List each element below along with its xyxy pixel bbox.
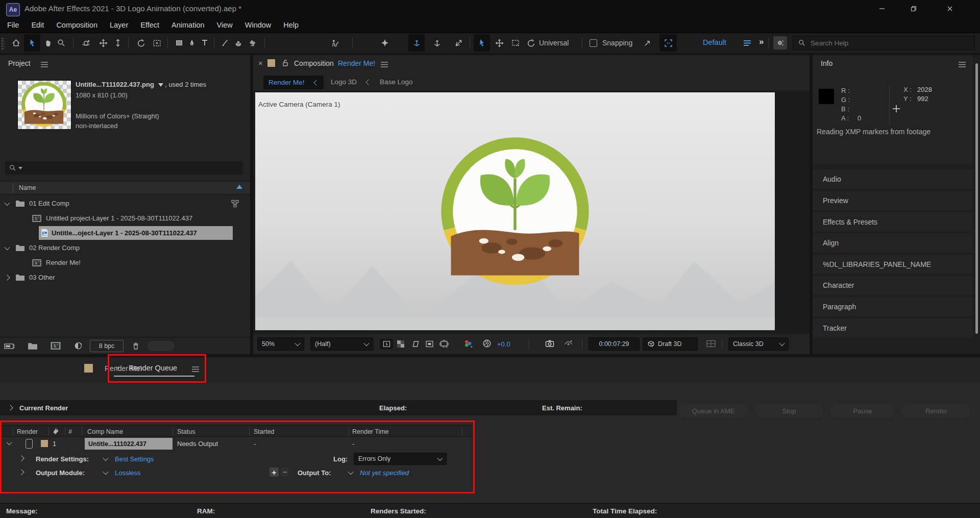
- project-tab[interactable]: Project: [8, 59, 31, 67]
- zoom-tool[interactable]: [53, 33, 69, 53]
- pause-button[interactable]: Pause: [830, 404, 895, 418]
- snapping-label[interactable]: Snapping: [602, 39, 632, 47]
- column-name-label[interactable]: Name: [19, 184, 36, 191]
- settings-expand-chevron[interactable]: [18, 455, 24, 461]
- menu-animation[interactable]: Animation: [172, 21, 204, 29]
- render-button[interactable]: Render: [902, 404, 971, 418]
- channel-icon[interactable]: [463, 339, 473, 349]
- output-to-value[interactable]: Not yet specified: [360, 469, 409, 477]
- comp-viewport[interactable]: Active Camera (Camera 1): [255, 92, 775, 330]
- comp-tab-active[interactable]: Render Me!: [263, 76, 324, 89]
- current-render-bar[interactable]: Current Render Elapsed: Est. Remain:: [0, 400, 677, 415]
- header-comp-name[interactable]: Comp Name: [87, 426, 123, 437]
- text-tool[interactable]: [197, 33, 213, 53]
- breadcrumb-logo3d[interactable]: Logo 3D: [331, 78, 357, 86]
- side-scrollbar[interactable]: [975, 63, 978, 334]
- rotation-tool[interactable]: [133, 33, 149, 53]
- workspace-menu-icon[interactable]: [743, 40, 751, 48]
- minimize-button[interactable]: [868, 0, 896, 17]
- row-comp-name-cell[interactable]: Untitle...111022.437: [85, 438, 173, 450]
- render-settings-dropdown-icon[interactable]: [100, 454, 111, 463]
- render-checkbox[interactable]: [26, 439, 33, 449]
- info-panel-menu-icon[interactable]: [959, 61, 966, 69]
- queue-row[interactable]: 1 Untitle...111022.437 Needs Output - -: [0, 437, 474, 451]
- eraser-tool[interactable]: [244, 33, 261, 53]
- comp-panel-close[interactable]: ×: [258, 59, 263, 67]
- dolly-camera-tool[interactable]: [110, 33, 126, 53]
- output-to-dropdown-icon[interactable]: [345, 468, 356, 477]
- world-axis-mode[interactable]: [429, 33, 445, 53]
- menu-window[interactable]: Window: [245, 21, 272, 29]
- snap-arrow-icon[interactable]: [641, 33, 654, 53]
- menu-layer[interactable]: Layer: [110, 21, 128, 29]
- comp-panel-menu-icon[interactable]: [381, 61, 388, 69]
- menu-help[interactable]: Help: [283, 21, 299, 29]
- toolbar-grip[interactable]: [1, 37, 4, 50]
- output-expand-chevron[interactable]: [18, 469, 24, 475]
- composition-selection-tool[interactable]: [474, 34, 490, 52]
- panel-tab-tracker[interactable]: Tracker: [813, 318, 973, 338]
- menu-edit[interactable]: Edit: [31, 21, 44, 29]
- chevron-left-icon[interactable]: [365, 79, 371, 85]
- timecode-display[interactable]: 0:00:07:29: [589, 337, 640, 351]
- exposure-value[interactable]: +0.0: [497, 340, 510, 348]
- menu-view[interactable]: View: [217, 21, 233, 29]
- new-folder-icon[interactable]: [28, 342, 38, 350]
- add-output-button[interactable]: +: [270, 467, 279, 477]
- fast-previews-icon[interactable]: [380, 339, 393, 349]
- project-search-dropdown[interactable]: [18, 167, 22, 169]
- renderer-dropdown[interactable]: Classic 3D: [728, 337, 789, 351]
- panel-tab-audio[interactable]: Audio: [813, 169, 973, 189]
- move-tool[interactable]: [491, 33, 507, 53]
- row-expand-chevron[interactable]: [6, 439, 12, 445]
- orbit-camera-tool[interactable]: [78, 33, 94, 53]
- resolution-dropdown[interactable]: (Half): [310, 337, 373, 351]
- color-depth-icon[interactable]: [74, 341, 83, 350]
- label-tag-icon[interactable]: [52, 427, 60, 435]
- roto-brush-tool[interactable]: [327, 33, 343, 53]
- tree-row-folder-01[interactable]: 01 Edit Comp: [0, 196, 250, 211]
- camera-region-tool[interactable]: [149, 33, 165, 53]
- panel-tab-effects-presets[interactable]: Effects & Presets: [813, 212, 973, 232]
- footage-dropdown-icon[interactable]: [158, 83, 163, 87]
- rotate-gizmo-tool[interactable]: [523, 33, 539, 53]
- puppet-pin-tool[interactable]: [377, 33, 393, 53]
- output-module-value[interactable]: Lossless: [115, 469, 141, 477]
- local-axis-mode[interactable]: [408, 34, 425, 52]
- log-dropdown[interactable]: Errors Only: [354, 453, 447, 465]
- comp-panel-title[interactable]: Composition: [294, 59, 334, 67]
- chevron-left-icon[interactable]: [313, 80, 319, 85]
- remove-output-button[interactable]: −: [281, 467, 289, 477]
- view-layout-icon[interactable]: [706, 340, 716, 348]
- new-composition-icon[interactable]: [50, 341, 61, 350]
- home-tool[interactable]: [8, 33, 24, 53]
- comp-panel-comp-name[interactable]: Render Me!: [338, 59, 375, 67]
- pan-camera-tool[interactable]: [95, 33, 111, 53]
- tree-row-footage-1[interactable]: Untitled project-Layer 1 - 2025-08-30T11…: [0, 211, 250, 226]
- fast-previews-button[interactable]: Draft 3D: [643, 337, 698, 351]
- toolbar-overflow[interactable]: »: [759, 37, 764, 47]
- trash-icon[interactable]: [132, 341, 140, 350]
- menu-file[interactable]: File: [7, 21, 19, 29]
- info-tab[interactable]: Info: [821, 59, 832, 67]
- menu-composition[interactable]: Composition: [56, 21, 97, 29]
- project-panel-menu-icon[interactable]: [41, 61, 48, 69]
- header-render[interactable]: Render: [17, 426, 38, 437]
- panel-tab-paragraph[interactable]: Paragraph: [813, 297, 973, 316]
- tree-row-footage-selected[interactable]: Untitle...oject-Layer 1 - 2025-08-30T111…: [0, 226, 250, 240]
- header-render-time[interactable]: Render Time: [352, 426, 389, 437]
- sync-settings-button[interactable]: [773, 36, 787, 50]
- transparency-grid-icon[interactable]: [397, 340, 405, 348]
- project-columns-header[interactable]: Name: [0, 181, 250, 194]
- show-snapshot-eye-icon[interactable]: [564, 339, 573, 348]
- render-queue-tab-menu-icon[interactable]: [192, 366, 199, 374]
- panel-tab-libraries[interactable]: %DL_LIBRARIES_PANEL_NAME: [813, 255, 973, 274]
- view-axis-mode[interactable]: [450, 33, 467, 53]
- sort-indicator-icon[interactable]: [236, 185, 242, 189]
- output-module-dropdown-icon[interactable]: [100, 468, 111, 477]
- flowchart-icon[interactable]: [231, 200, 239, 208]
- header-started[interactable]: Started: [254, 426, 274, 437]
- header-number[interactable]: #: [68, 426, 72, 437]
- search-help-input[interactable]: [810, 39, 954, 47]
- tree-row-folder-03[interactable]: 03 Other: [0, 270, 250, 285]
